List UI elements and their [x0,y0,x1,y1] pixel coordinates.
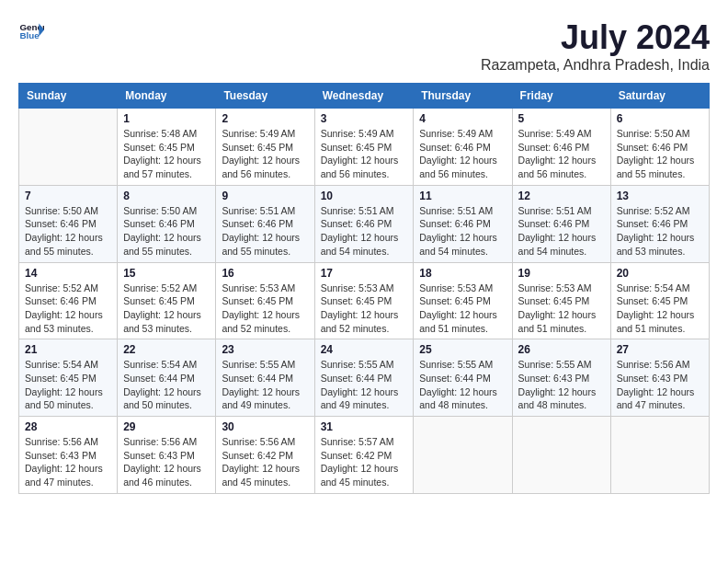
day-info: Sunrise: 5:51 AM Sunset: 6:46 PM Dayligh… [518,204,605,259]
day-info: Sunrise: 5:54 AM Sunset: 6:44 PM Dayligh… [123,358,210,412]
day-info: Sunrise: 5:54 AM Sunset: 6:45 PM Dayligh… [25,358,111,412]
day-info: Sunrise: 5:49 AM Sunset: 6:46 PM Dayligh… [419,127,506,181]
day-info: Sunrise: 5:55 AM Sunset: 6:44 PM Dayligh… [222,358,308,412]
day-info: Sunrise: 5:55 AM Sunset: 6:43 PM Dayligh… [518,358,605,412]
day-number: 22 [123,343,210,356]
calendar-cell: 7Sunrise: 5:50 AM Sunset: 6:46 PM Daylig… [19,185,118,262]
day-number: 19 [518,267,605,280]
day-number: 28 [25,420,111,433]
day-number: 26 [518,343,605,356]
calendar-cell: 3Sunrise: 5:49 AM Sunset: 6:45 PM Daylig… [314,109,414,186]
calendar-cell: 18Sunrise: 5:53 AM Sunset: 6:45 PM Dayli… [414,262,512,339]
page-header: General Blue July 2024 Razampeta, Andhra… [18,18,710,74]
day-number: 17 [321,267,408,280]
day-info: Sunrise: 5:56 AM Sunset: 6:43 PM Dayligh… [617,358,703,412]
calendar-cell: 12Sunrise: 5:51 AM Sunset: 6:46 PM Dayli… [512,185,610,262]
day-info: Sunrise: 5:50 AM Sunset: 6:46 PM Dayligh… [25,204,111,259]
svg-text:Blue: Blue [19,30,40,40]
day-number: 10 [321,190,408,202]
day-number: 30 [222,420,308,433]
logo: General Blue [18,18,44,44]
calendar-cell [512,417,610,494]
column-header-sunday: Sunday [19,84,118,109]
logo-icon: General Blue [18,18,44,44]
day-number: 15 [123,267,210,280]
calendar-week-3: 14Sunrise: 5:52 AM Sunset: 6:46 PM Dayli… [19,262,710,339]
day-info: Sunrise: 5:55 AM Sunset: 6:44 PM Dayligh… [321,358,408,412]
day-number: 24 [321,343,408,356]
column-header-thursday: Thursday [414,84,512,109]
day-number: 13 [617,190,703,202]
day-number: 12 [518,190,605,202]
day-number: 2 [222,112,308,125]
calendar-header-row: SundayMondayTuesdayWednesdayThursdayFrid… [19,84,710,109]
day-info: Sunrise: 5:53 AM Sunset: 6:45 PM Dayligh… [419,282,506,336]
day-info: Sunrise: 5:52 AM Sunset: 6:46 PM Dayligh… [617,204,703,259]
day-number: 20 [617,267,703,280]
calendar-cell: 21Sunrise: 5:54 AM Sunset: 6:45 PM Dayli… [19,339,118,417]
calendar-cell: 28Sunrise: 5:56 AM Sunset: 6:43 PM Dayli… [19,417,118,494]
day-number: 7 [25,190,111,202]
day-number: 5 [518,112,605,125]
day-info: Sunrise: 5:52 AM Sunset: 6:45 PM Dayligh… [123,282,210,336]
column-header-friday: Friday [512,84,610,109]
day-number: 18 [419,267,506,280]
day-number: 21 [25,343,111,356]
calendar-cell: 22Sunrise: 5:54 AM Sunset: 6:44 PM Dayli… [118,339,216,417]
calendar-cell: 29Sunrise: 5:56 AM Sunset: 6:43 PM Dayli… [118,417,216,494]
location: Razampeta, Andhra Pradesh, India [481,57,710,74]
day-number: 9 [222,190,308,202]
calendar-cell: 10Sunrise: 5:51 AM Sunset: 6:46 PM Dayli… [314,185,414,262]
day-info: Sunrise: 5:51 AM Sunset: 6:46 PM Dayligh… [321,204,408,259]
calendar-cell: 24Sunrise: 5:55 AM Sunset: 6:44 PM Dayli… [314,339,414,417]
column-header-saturday: Saturday [610,84,709,109]
day-number: 27 [617,343,703,356]
title-area: July 2024 Razampeta, Andhra Pradesh, Ind… [481,18,710,74]
day-info: Sunrise: 5:53 AM Sunset: 6:45 PM Dayligh… [321,282,408,336]
column-header-monday: Monday [118,84,216,109]
calendar-cell: 25Sunrise: 5:55 AM Sunset: 6:44 PM Dayli… [414,339,512,417]
day-info: Sunrise: 5:49 AM Sunset: 6:45 PM Dayligh… [321,127,408,181]
calendar-cell: 6Sunrise: 5:50 AM Sunset: 6:46 PM Daylig… [610,109,709,186]
column-header-tuesday: Tuesday [216,84,314,109]
day-info: Sunrise: 5:57 AM Sunset: 6:42 PM Dayligh… [321,435,408,489]
calendar-cell: 11Sunrise: 5:51 AM Sunset: 6:46 PM Dayli… [414,185,512,262]
day-number: 29 [123,420,210,433]
calendar-week-2: 7Sunrise: 5:50 AM Sunset: 6:46 PM Daylig… [19,185,710,262]
calendar-cell: 13Sunrise: 5:52 AM Sunset: 6:46 PM Dayli… [610,185,709,262]
day-info: Sunrise: 5:51 AM Sunset: 6:46 PM Dayligh… [222,204,308,259]
day-info: Sunrise: 5:52 AM Sunset: 6:46 PM Dayligh… [25,282,111,336]
day-info: Sunrise: 5:56 AM Sunset: 6:42 PM Dayligh… [222,435,308,489]
calendar-cell: 16Sunrise: 5:53 AM Sunset: 6:45 PM Dayli… [216,262,314,339]
day-number: 4 [419,112,506,125]
calendar-cell: 2Sunrise: 5:49 AM Sunset: 6:45 PM Daylig… [216,109,314,186]
calendar-week-1: 1Sunrise: 5:48 AM Sunset: 6:45 PM Daylig… [19,109,710,186]
calendar-week-4: 21Sunrise: 5:54 AM Sunset: 6:45 PM Dayli… [19,339,710,417]
day-number: 25 [419,343,506,356]
calendar-cell: 27Sunrise: 5:56 AM Sunset: 6:43 PM Dayli… [610,339,709,417]
day-number: 14 [25,267,111,280]
day-info: Sunrise: 5:54 AM Sunset: 6:45 PM Dayligh… [617,282,703,336]
day-number: 1 [123,112,210,125]
day-info: Sunrise: 5:48 AM Sunset: 6:45 PM Dayligh… [123,127,210,181]
day-number: 23 [222,343,308,356]
day-info: Sunrise: 5:53 AM Sunset: 6:45 PM Dayligh… [518,282,605,336]
day-info: Sunrise: 5:53 AM Sunset: 6:45 PM Dayligh… [222,282,308,336]
calendar-cell: 5Sunrise: 5:49 AM Sunset: 6:46 PM Daylig… [512,109,610,186]
calendar-cell: 4Sunrise: 5:49 AM Sunset: 6:46 PM Daylig… [414,109,512,186]
calendar-cell: 20Sunrise: 5:54 AM Sunset: 6:45 PM Dayli… [610,262,709,339]
calendar-week-5: 28Sunrise: 5:56 AM Sunset: 6:43 PM Dayli… [19,417,710,494]
calendar-cell: 31Sunrise: 5:57 AM Sunset: 6:42 PM Dayli… [314,417,414,494]
day-number: 16 [222,267,308,280]
calendar-cell: 19Sunrise: 5:53 AM Sunset: 6:45 PM Dayli… [512,262,610,339]
calendar-cell: 15Sunrise: 5:52 AM Sunset: 6:45 PM Dayli… [118,262,216,339]
day-info: Sunrise: 5:50 AM Sunset: 6:46 PM Dayligh… [617,127,703,181]
day-info: Sunrise: 5:49 AM Sunset: 6:46 PM Dayligh… [518,127,605,181]
calendar-cell: 14Sunrise: 5:52 AM Sunset: 6:46 PM Dayli… [19,262,118,339]
calendar-cell [610,417,709,494]
calendar-cell: 23Sunrise: 5:55 AM Sunset: 6:44 PM Dayli… [216,339,314,417]
day-info: Sunrise: 5:51 AM Sunset: 6:46 PM Dayligh… [419,204,506,259]
month-title: July 2024 [481,18,710,57]
day-info: Sunrise: 5:55 AM Sunset: 6:44 PM Dayligh… [419,358,506,412]
day-info: Sunrise: 5:56 AM Sunset: 6:43 PM Dayligh… [123,435,210,489]
